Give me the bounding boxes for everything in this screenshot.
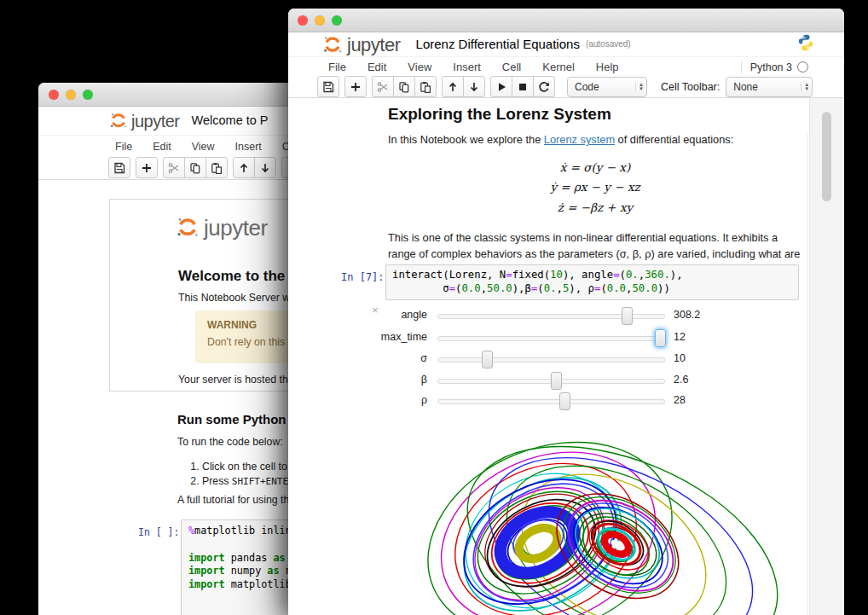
front-titlebar[interactable] xyxy=(288,9,844,32)
slider-handle[interactable] xyxy=(655,329,666,347)
front-cut-button[interactable] xyxy=(372,76,394,97)
run-icon xyxy=(495,80,508,94)
slider-track[interactable] xyxy=(437,357,665,363)
back-paste-button[interactable] xyxy=(205,157,228,178)
jupyter-logo-icon[interactable]: jupyter xyxy=(322,34,401,55)
back-move-down-button[interactable] xyxy=(254,157,276,178)
slider-row-angle: angle308.2 xyxy=(288,306,689,325)
copy-icon xyxy=(188,161,202,175)
desktop: { "front": { "title": "Lorenz Differenti… xyxy=(0,0,868,615)
front-copy-button[interactable] xyxy=(393,76,415,97)
cell-type-select[interactable]: Code▲▼ xyxy=(567,77,647,97)
list-item: Press SHIFT+ENTER xyxy=(202,474,301,489)
scrollbar-track[interactable] xyxy=(809,98,842,615)
move-up-icon xyxy=(237,161,251,175)
slider-label: angle xyxy=(288,309,427,321)
lorenz-system-link[interactable]: Lorenz system xyxy=(544,133,615,146)
front-menubar: FileEditViewInsertCellKernelHelpPython 3 xyxy=(288,56,844,77)
slider-track[interactable] xyxy=(437,399,665,404)
front-paste-button[interactable] xyxy=(414,76,437,97)
add-icon xyxy=(349,80,362,94)
back-menu-file[interactable]: File xyxy=(115,141,132,153)
save-icon xyxy=(113,161,126,175)
back-menu-edit[interactable]: Edit xyxy=(153,141,171,153)
tutorial-paragraph: A full tutorial for using the xyxy=(177,494,295,506)
cut-icon xyxy=(376,80,390,94)
code-line: interact(Lorenz, N=fixed(10), angle=(0.,… xyxy=(392,268,792,281)
close-window-button[interactable] xyxy=(49,90,59,100)
cell-toolbar-select[interactable]: None▲▼ xyxy=(726,77,813,97)
code-input[interactable]: interact(Lorenz, N=fixed(10), angle=(0.,… xyxy=(385,264,799,300)
slider-track[interactable] xyxy=(437,314,665,319)
back-menu-view[interactable]: View xyxy=(192,141,215,153)
lorenz-attractor-plot xyxy=(367,432,806,615)
front-toolbar: Code▲▼Cell Toolbar:None▲▼ xyxy=(288,76,844,97)
front-menu-view[interactable]: View xyxy=(408,61,431,73)
front-menu-help[interactable]: Help xyxy=(596,61,619,73)
back-add-button[interactable] xyxy=(136,157,158,178)
slider-value: 12 xyxy=(674,331,686,343)
front-move-up-button[interactable] xyxy=(442,76,464,97)
python-logo-icon xyxy=(796,33,815,55)
kernel-idle-icon xyxy=(797,61,808,73)
slider-value: 10 xyxy=(674,352,686,364)
notebook-title[interactable]: Lorenz Differential Equations xyxy=(416,37,580,51)
select-stepper-icon: ▲▼ xyxy=(635,83,646,91)
stop-icon xyxy=(516,80,529,94)
jupyter-logo-icon: jupyter xyxy=(109,111,180,130)
paste-icon xyxy=(419,80,432,94)
slider-label: β xyxy=(288,374,427,386)
back-cut-button[interactable] xyxy=(163,157,185,178)
welcome-paragraph: This Notebook Server was xyxy=(178,292,301,304)
slider-track[interactable] xyxy=(437,379,665,384)
jupyter-wordmark: jupyter xyxy=(204,217,268,239)
slider-label: max_time xyxy=(288,331,427,343)
back-save-button[interactable] xyxy=(108,157,130,178)
zoom-window-button[interactable] xyxy=(332,15,342,26)
save-icon xyxy=(321,80,335,94)
front-menu-insert[interactable]: Insert xyxy=(453,61,481,73)
select-stepper-icon: ▲▼ xyxy=(801,83,812,91)
slider-handle[interactable] xyxy=(559,392,570,410)
equation-line: ẏ = ρx − y − xz xyxy=(388,177,802,197)
equation-line: ż = −βz + xy xyxy=(388,198,802,218)
front-restart-button[interactable] xyxy=(533,76,555,97)
back-notebook-title[interactable]: Welcome to P xyxy=(192,113,269,127)
list-item: Click on the cell to se xyxy=(202,460,301,474)
back-menu-insert[interactable]: Insert xyxy=(235,141,262,153)
slider-row-ρ: ρ28 xyxy=(288,392,689,410)
cell-toolbar-label: Cell Toolbar: xyxy=(661,81,720,93)
equation-line: ẋ = σ(y − x) xyxy=(388,158,802,177)
front-menu-cell[interactable]: Cell xyxy=(502,61,521,73)
back-move-up-button[interactable] xyxy=(233,157,255,178)
front-menu-file[interactable]: File xyxy=(328,61,346,73)
move-down-icon xyxy=(258,161,272,175)
front-notebook-window: jupyter Lorenz Differential Equations (a… xyxy=(288,9,844,615)
front-add-button[interactable] xyxy=(344,76,367,97)
back-cell-prompt: In [ ]: xyxy=(138,526,179,538)
markdown-intro: In this Notebook we explore the Lorenz s… xyxy=(388,131,802,148)
front-save-button[interactable] xyxy=(317,76,339,97)
slider-handle[interactable] xyxy=(482,351,493,368)
front-menu-kernel[interactable]: Kernel xyxy=(542,61,575,73)
close-window-button[interactable] xyxy=(298,15,308,26)
move-up-icon xyxy=(446,80,460,94)
slider-handle[interactable] xyxy=(551,372,562,390)
slider-track[interactable] xyxy=(437,336,665,341)
zoom-window-button[interactable] xyxy=(83,90,93,100)
back-copy-button[interactable] xyxy=(184,157,206,178)
slider-row-max_time: max_time12 xyxy=(288,328,689,347)
front-stop-button[interactable] xyxy=(512,76,534,97)
scrollbar-thumb[interactable] xyxy=(822,112,831,201)
move-down-icon xyxy=(467,80,481,94)
cell-prompt: In [7]: xyxy=(341,271,385,283)
server-hosted-paragraph: Your server is hosted than xyxy=(178,374,299,386)
front-move-down-button[interactable] xyxy=(463,76,485,97)
slider-handle[interactable] xyxy=(622,307,633,325)
minimize-window-button[interactable] xyxy=(315,15,325,26)
jupyter-wordmark: jupyter xyxy=(131,113,180,130)
slider-row-β: β2.6 xyxy=(288,371,689,390)
front-menu-edit[interactable]: Edit xyxy=(367,61,386,73)
minimize-window-button[interactable] xyxy=(66,90,76,100)
front-run-button[interactable] xyxy=(490,76,512,97)
